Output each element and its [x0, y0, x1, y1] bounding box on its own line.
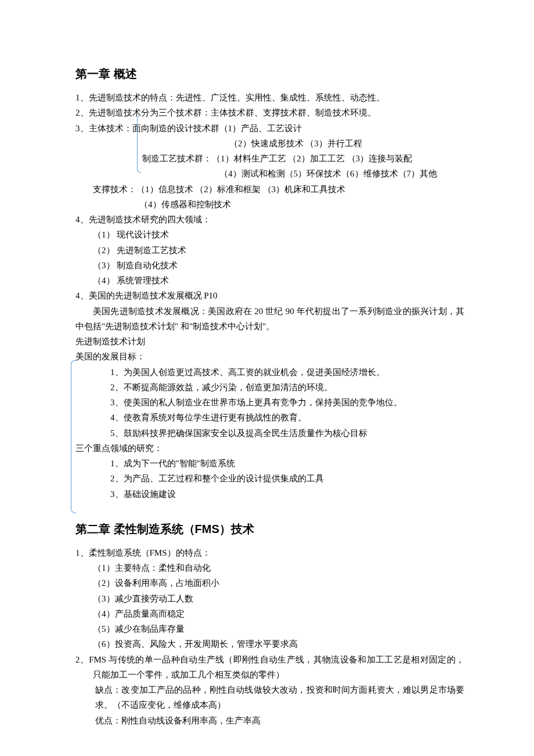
- list-item: 2、为产品、工艺过程和整个企业的设计提供集成的工具: [75, 471, 464, 486]
- ch1-p3-lead: 3、主体技术：: [75, 124, 132, 133]
- ch1-p4-head: 4、先进制造技术研究的四大领域：: [75, 212, 464, 227]
- ch1-p5-goal-head: 美国的发展目标：: [75, 349, 464, 364]
- ch1-p3-a: 面向制造的设计技术群（1）产品、工艺设计: [132, 124, 302, 133]
- list-item: 3、基础设施建设: [75, 487, 464, 502]
- brace-left-1: [137, 115, 141, 173]
- ch2-p2-a: 2、FMS 与传统的单一品种自动生产线（即刚性自动生产线，其物流设备和加工工艺是…: [75, 652, 464, 683]
- document-page: 第一章 概述 1、先进制造技术的特点：先进性、广泛性、实用性、集成性、系统性、动…: [0, 0, 534, 756]
- list-item: （3）减少直接劳动工人数: [75, 591, 464, 606]
- list-item: （2） 先进制造工艺技术: [75, 243, 464, 258]
- ch1-p2: 2、先进制造技术分为三个技术群：主体技术群、支撑技术群、制造技术环境。: [75, 105, 464, 120]
- list-item: 4、使教育系统对每位学生进行更有挑战性的教育。: [75, 410, 464, 425]
- list-item: 1、成为下一代的"智能"制造系统: [75, 456, 464, 471]
- ch1-p5: 4、美国的先进制造技术发展概况 P10: [75, 288, 464, 303]
- list-item: 1、为美国人创造更过高技术、高工资的就业机会，促进美国经济增长。: [75, 365, 464, 380]
- list-item: 3、使美国的私人制造业在世界市场上更具有竞争力，保持美国的竞争地位。: [75, 395, 464, 410]
- ch1-p3-f: （4）传感器和控制技术: [75, 197, 464, 212]
- brace-left-2: [71, 360, 76, 513]
- list-item: （2）设备利用率高，占地面积小: [75, 575, 464, 591]
- ch1-p3-c: 制造工艺技术群：（1）材料生产工艺 （2）加工工艺 （3）连接与装配: [75, 151, 464, 166]
- list-item: （4）产品质量高而稳定: [75, 606, 464, 621]
- ch1-p3-line1: 3、主体技术：面向制造的设计技术群（1）产品、工艺设计: [75, 121, 464, 136]
- list-item: 2、不断提高能源效益，减少污染，创造更加清洁的环境。: [75, 380, 464, 395]
- chapter2-title: 第二章 柔性制造系统（FMS）技术: [75, 519, 464, 539]
- ch1-p5-plan: 先进制造技术计划: [75, 334, 464, 349]
- ch1-p1: 1、先进制造技术的特点：先进性、广泛性、实用性、集成性、系统性、动态性。: [75, 90, 464, 105]
- list-item: （4） 系统管理技术: [75, 273, 464, 288]
- list-item: （1） 现代设计技术: [75, 227, 464, 242]
- chapter1-title: 第一章 概述: [75, 64, 464, 84]
- list-item: （3） 制造自动化技术: [75, 258, 464, 273]
- list-item: （1）主要特点：柔性和自动化: [75, 560, 464, 575]
- ch1-p3-d: （4）测试和检测（5）环保技术（6）维修技术（7）其他: [75, 166, 464, 181]
- ch1-p3-b: （2）快速成形技术 （3）并行工程: [75, 136, 464, 151]
- ch2-p1-head: 1、柔性制造系统（FMS）的特点：: [75, 545, 464, 560]
- ch1-p3-e: 支撑技术：（1）信息技术 （2）标准和框架 （3）机床和工具技术: [75, 182, 464, 197]
- list-item: （6）投资高、风险大，开发周期长，管理水平要求高: [75, 636, 464, 651]
- ch1-p5-field-head: 三个重点领域的研究：: [75, 441, 464, 456]
- list-item: （5）减少在制品库存量: [75, 621, 464, 636]
- ch2-p2-b: 缺点：改变加工产品的品种，刚性自动线做较大改动，投资和时间方面耗资大，难以男足市…: [75, 682, 464, 713]
- list-item: 5、鼓励科技界把确保国家安全以及提高全民生活质量作为核心目标: [75, 426, 464, 441]
- ch1-p5-body: 美国先进制造技术发展概况：美国政府在 20 世纪 90 年代初提出了一系列制造业…: [75, 304, 464, 334]
- ch2-p2-c: 优点：刚性自动线设备利用率高，生产率高: [75, 713, 464, 728]
